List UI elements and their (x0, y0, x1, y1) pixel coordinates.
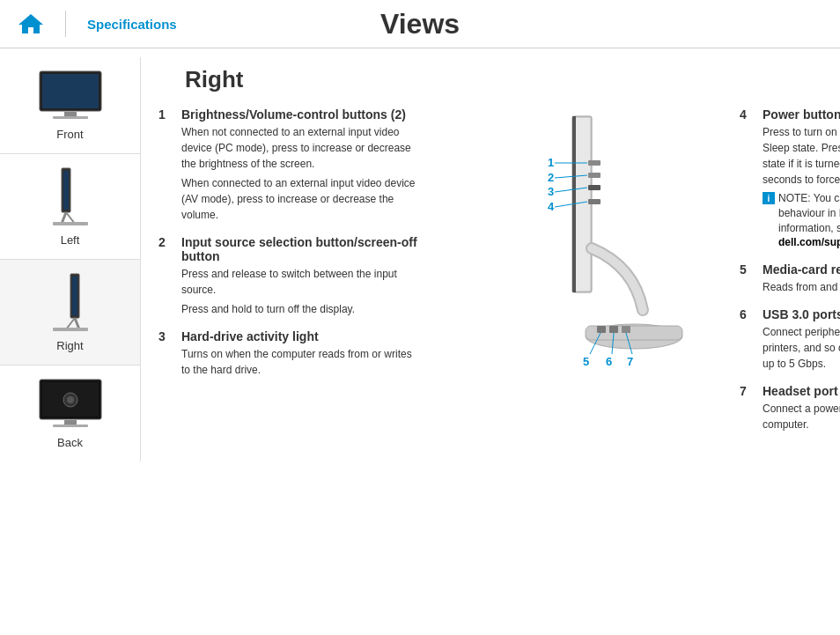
diagram-wrapper: 1 2 3 4 5 (440, 107, 722, 389)
spec-num-2: 2 (158, 235, 173, 249)
spec-desc-5: Reads from and writes to media cards. (763, 279, 840, 295)
spec-item-7: 7 Headset port Connect a power adapter t… (740, 384, 840, 432)
sidebar-item-left[interactable]: Left (0, 154, 140, 260)
svg-text:4: 4 (548, 200, 555, 213)
svg-text:1: 1 (548, 156, 554, 169)
front-monitor-icon (35, 70, 106, 122)
svg-rect-19 (64, 420, 77, 425)
svg-rect-31 (609, 326, 618, 333)
back-monitor-icon (35, 378, 106, 431)
left-monitor-icon (44, 166, 97, 228)
svg-rect-32 (622, 326, 630, 333)
svg-rect-28 (588, 185, 601, 190)
front-label: Front (56, 128, 83, 141)
svg-text:2: 2 (548, 171, 554, 184)
spec-num-6: 6 (740, 307, 754, 321)
header-nav: Specifications (18, 11, 177, 37)
spec-item-2: 2 Input source selection button/screen-o… (158, 235, 423, 317)
right-specs: 4 Power button Press to turn on the comp… (740, 107, 840, 445)
svg-rect-6 (63, 171, 69, 210)
spec-num-3: 3 (158, 329, 173, 343)
svg-rect-9 (53, 222, 88, 225)
spec-item-5: 5 Media-card reader Reads from and write… (740, 262, 840, 295)
spec-header-7: 7 Headset port (740, 384, 840, 398)
spec-header-3: 3 Hard-drive activity light (158, 329, 423, 343)
svg-rect-3 (64, 112, 77, 116)
spec-header-4: 4 Power button (740, 107, 840, 122)
svg-rect-4 (53, 116, 88, 119)
left-label: Left (61, 233, 80, 247)
spec-num-5: 5 (740, 262, 754, 277)
specifications-link[interactable]: Specifications (87, 17, 177, 32)
spec-name-2: Input source selection button/screen-off… (181, 235, 423, 263)
spec-desc-2: Press and release to switch between the … (181, 266, 423, 317)
sidebar-item-front[interactable]: Front (0, 57, 140, 154)
right-monitor-icon (44, 272, 97, 334)
svg-rect-27 (588, 173, 601, 178)
svg-marker-0 (18, 14, 43, 33)
spec-name-4: Power button (763, 107, 840, 122)
spec-header-2: 2 Input source selection button/screen-o… (158, 235, 423, 263)
page-title: Views (380, 8, 460, 41)
note-icon-4: i (763, 192, 775, 204)
left-specs: 1 Brightness/Volume-control buttons (2) … (158, 107, 423, 445)
spec-item-3: 3 Hard-drive activity light Turns on whe… (158, 329, 423, 378)
svg-rect-11 (72, 277, 77, 315)
svg-point-18 (67, 396, 74, 403)
spec-item-1: 1 Brightness/Volume-control buttons (2) … (158, 107, 423, 223)
header-divider (65, 11, 66, 37)
content-area: Right 1 Brightness/Volume-control button… (141, 57, 840, 461)
content-body: 1 Brightness/Volume-control buttons (2) … (158, 107, 840, 445)
sidebar-item-right[interactable]: Right (0, 260, 140, 365)
spec-item-4: 4 Power button Press to turn on the comp… (740, 107, 840, 250)
header: Specifications Views (0, 0, 840, 48)
svg-rect-20 (53, 425, 88, 427)
spec-name-5: Media-card reader (763, 262, 840, 277)
spec-item-6: 6 USB 3.0 ports (2) Connect peripherals … (740, 307, 840, 372)
spec-desc-7: Connect a power adapter to provide power… (763, 401, 840, 432)
back-label: Back (57, 436, 83, 449)
spec-desc-3: Turns on when the computer reads from or… (181, 346, 423, 378)
right-view-diagram: 1 2 3 4 5 (449, 107, 713, 389)
diagram-column: 1 2 3 4 5 (440, 107, 722, 445)
spec-header-6: 6 USB 3.0 ports (2) (740, 307, 840, 321)
spec-desc-6: Connect peripherals such as storage devi… (763, 324, 840, 372)
sidebar: Front Left Right (0, 57, 141, 461)
spec-name-7: Headset port (763, 384, 838, 398)
spec-note-4: i NOTE: You can customize the power-butt… (763, 191, 840, 250)
spec-name-1: Brightness/Volume-control buttons (2) (181, 107, 406, 122)
sidebar-item-back[interactable]: Back (0, 365, 140, 461)
spec-num-4: 4 (740, 107, 754, 122)
svg-text:3: 3 (548, 185, 554, 198)
spec-desc-4: Press to turn on the computer if it is t… (763, 124, 840, 188)
spec-header-5: 5 Media-card reader (740, 262, 840, 277)
svg-rect-14 (53, 328, 88, 331)
svg-rect-22 (574, 118, 590, 291)
spec-header-1: 1 Brightness/Volume-control buttons (2) (158, 107, 423, 122)
dell-support-link[interactable]: dell.com/support (778, 236, 840, 248)
spec-num-1: 1 (158, 107, 173, 122)
svg-rect-29 (588, 199, 601, 204)
right-label: Right (56, 339, 83, 352)
svg-text:6: 6 (606, 355, 612, 368)
spec-num-7: 7 (740, 384, 754, 398)
svg-text:7: 7 (627, 355, 633, 368)
spec-name-6: USB 3.0 ports (2) (763, 307, 840, 321)
svg-rect-2 (42, 74, 99, 108)
svg-rect-26 (588, 160, 601, 166)
note-text-4: NOTE: You can customize the power-button… (778, 191, 840, 250)
home-icon[interactable] (18, 12, 44, 35)
section-title: Right (185, 66, 840, 93)
spec-desc-1: When not connected to an external input … (181, 124, 423, 223)
svg-text:5: 5 (583, 355, 589, 368)
spec-name-3: Hard-drive activity light (181, 329, 319, 343)
main-content: Front Left Right (0, 48, 840, 470)
svg-rect-30 (597, 326, 606, 333)
